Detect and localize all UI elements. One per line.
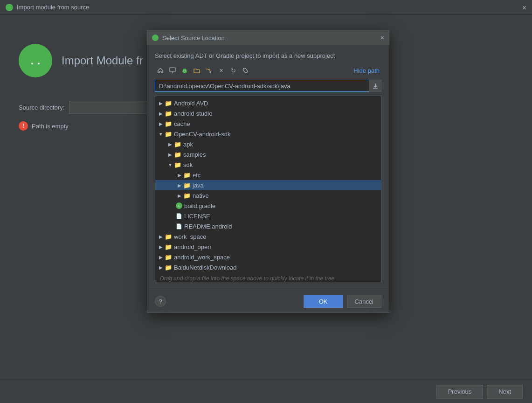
tree-arrow-samples: ▶ xyxy=(166,152,174,157)
tree-drag-hint: Drag and drop a file into the space abov… xyxy=(155,272,381,282)
folder-icon-android-work-space: 📁 xyxy=(165,254,172,261)
svg-point-12 xyxy=(183,70,184,71)
help-button[interactable]: ? xyxy=(155,296,166,307)
modal-footer: ? OK Cancel xyxy=(147,290,389,313)
folder-icon-sdk: 📁 xyxy=(174,161,181,168)
tree-label-work-space: work_space xyxy=(174,233,206,240)
file-icon-readme: 📄 xyxy=(176,223,182,229)
tree-arrow-cache: ▶ xyxy=(157,121,165,126)
file-tree[interactable]: ▶ 📁 Android AVD ▶ 📁 android-studio ▶ 📁 c… xyxy=(155,96,381,282)
tree-arrow-android-open: ▶ xyxy=(157,244,165,250)
path-input-row xyxy=(155,80,381,92)
modal-buttons: OK Cancel xyxy=(304,295,381,308)
tree-item-android-studio[interactable]: ▶ 📁 android-studio xyxy=(155,108,381,118)
cancel-button[interactable]: Cancel xyxy=(347,295,381,308)
toolbar-android-button[interactable] xyxy=(179,65,190,76)
toolbar-desktop-button[interactable] xyxy=(167,65,178,76)
android-logo-small xyxy=(6,4,13,11)
tree-label-android-avd: Android AVD xyxy=(174,100,208,107)
tree-label-build-gradle: build.gradle xyxy=(184,202,215,209)
tree-item-java[interactable]: ▶ 📁 java xyxy=(155,180,381,190)
next-button[interactable]: Next xyxy=(487,385,523,399)
tree-item-android-open[interactable]: ▶ 📁 android_open xyxy=(155,242,381,252)
tree-item-build-gradle[interactable]: ▶ G build.gradle xyxy=(155,201,381,211)
tree-label-baidu: BaiduNetdiskDownload xyxy=(174,264,236,271)
modal-toolbar: ✕ ↻ Hide path xyxy=(155,65,381,76)
modal-close-button[interactable]: × xyxy=(380,34,384,42)
toolbar-close-button[interactable]: ✕ xyxy=(215,65,227,76)
tree-arrow-sdk: ▼ xyxy=(166,162,174,167)
tree-item-apk[interactable]: ▶ 📁 apk xyxy=(155,139,381,149)
folder-icon-java: 📁 xyxy=(183,182,191,189)
folder-icon-work-space: 📁 xyxy=(165,233,172,240)
toolbar-folder-button[interactable] xyxy=(191,65,202,76)
bottom-bar: Previous Next xyxy=(0,380,532,403)
tree-label-readme: README.android xyxy=(184,223,232,230)
tree-item-samples[interactable]: ▶ 📁 samples xyxy=(155,149,381,160)
hide-path-button[interactable]: Hide path xyxy=(352,66,381,75)
folder-icon-baidu: 📁 xyxy=(165,264,172,271)
window-title: Import module from source xyxy=(17,4,89,11)
tree-item-etc[interactable]: ▶ 📁 etc xyxy=(155,170,381,180)
tree-item-opencv-sdk[interactable]: ▼ 📁 OpenCV-android-sdk xyxy=(155,129,381,139)
folder-icon-samples: 📁 xyxy=(174,151,181,158)
tree-item-readme[interactable]: ▶ 📄 README.android xyxy=(155,221,381,231)
import-title: Import Module fr xyxy=(62,54,143,67)
error-icon: ! xyxy=(19,121,28,131)
tree-arrow-work-space: ▶ xyxy=(157,234,165,239)
tree-arrow-baidu: ▶ xyxy=(157,265,165,270)
svg-rect-7 xyxy=(170,68,175,72)
svg-point-13 xyxy=(185,70,186,71)
modal-title-text: Select Source Location xyxy=(162,35,225,42)
ok-button[interactable]: OK xyxy=(304,295,343,308)
folder-icon-opencv-sdk: 📁 xyxy=(165,131,172,138)
toolbar-home-button[interactable] xyxy=(155,65,166,76)
tree-item-cache[interactable]: ▶ 📁 cache xyxy=(155,118,381,129)
path-input[interactable] xyxy=(155,80,369,92)
tree-label-android-open: android_open xyxy=(174,243,211,250)
select-source-modal: Select Source Location × Select existing… xyxy=(147,30,389,313)
tree-arrow-opencv-sdk: ▼ xyxy=(157,132,165,137)
tree-item-work-space[interactable]: ▶ 📁 work_space xyxy=(155,231,381,242)
tree-label-apk: apk xyxy=(183,141,193,148)
tree-item-license[interactable]: ▶ 📄 LICENSE xyxy=(155,211,381,221)
tree-arrow-etc: ▶ xyxy=(176,173,183,178)
gradle-icon-build-gradle: G xyxy=(176,202,182,209)
folder-icon-cache: 📁 xyxy=(165,120,172,127)
tree-arrow-android-avd: ▶ xyxy=(157,101,165,106)
tree-item-android-work-space[interactable]: ▶ 📁 android_work_space xyxy=(155,252,381,262)
tree-label-android-work-space: android_work_space xyxy=(174,254,230,261)
path-download-button[interactable] xyxy=(369,80,381,92)
tree-label-samples: samples xyxy=(183,151,206,158)
tree-label-license: LICENSE xyxy=(184,213,210,220)
tree-item-baidu[interactable]: ▶ 📁 BaiduNetdiskDownload xyxy=(155,262,381,272)
file-icon-license: 📄 xyxy=(176,213,182,219)
tree-item-sdk[interactable]: ▼ 📁 sdk xyxy=(155,160,381,170)
window-close-button[interactable]: × xyxy=(522,4,526,12)
tree-arrow-apk: ▶ xyxy=(166,142,174,147)
toolbar-refresh-button[interactable]: ↻ xyxy=(228,65,239,76)
error-text: Path is empty xyxy=(32,123,69,130)
tree-label-cache: cache xyxy=(174,120,190,127)
source-dir-label: Source directory: xyxy=(19,104,64,111)
modal-android-icon xyxy=(152,35,159,41)
tree-label-etc: etc xyxy=(193,172,200,179)
previous-button[interactable]: Previous xyxy=(436,385,484,399)
svg-point-11 xyxy=(183,69,187,71)
toolbar-new-folder-button[interactable] xyxy=(203,65,214,76)
folder-icon-android-studio: 📁 xyxy=(165,110,172,117)
android-logo xyxy=(19,44,52,77)
tree-item-android-avd[interactable]: ▶ 📁 Android AVD xyxy=(155,98,381,108)
folder-icon-native: 📁 xyxy=(183,192,191,199)
modal-title-left: Select Source Location xyxy=(152,35,225,42)
folder-icon-android-open: 📁 xyxy=(165,243,172,250)
tree-label-native: native xyxy=(193,192,209,199)
tree-label-sdk: sdk xyxy=(183,161,193,168)
toolbar-link-button[interactable] xyxy=(240,65,251,76)
tree-arrow-java: ▶ xyxy=(176,183,183,188)
tree-label-opencv-sdk: OpenCV-android-sdk xyxy=(174,131,230,138)
tree-item-native[interactable]: ▶ 📁 native xyxy=(155,190,381,201)
modal-titlebar: Select Source Location × xyxy=(147,31,389,45)
tree-label-java: java xyxy=(193,182,204,189)
modal-body: Select existing ADT or Gradle project to… xyxy=(147,45,389,290)
